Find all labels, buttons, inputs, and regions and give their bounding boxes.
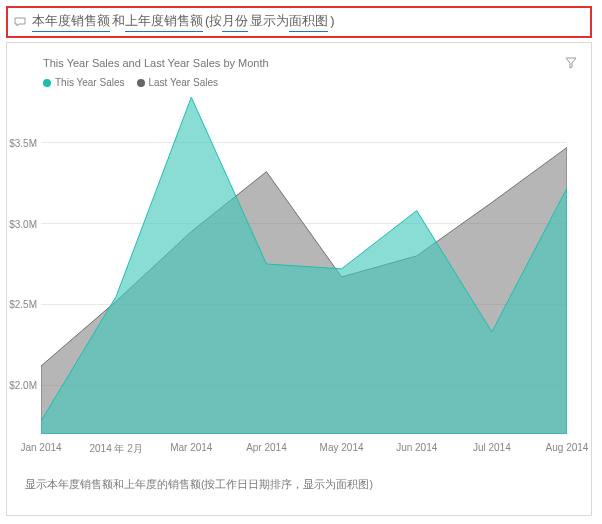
restatement-text: 显示本年度销售额和上年度的销售额(按工作日日期排序，显示为面积图) — [25, 478, 579, 492]
x-tick-label: Jul 2014 — [473, 442, 511, 453]
y-tick-label: $3.0M — [9, 218, 41, 229]
qna-token: 月份 — [222, 12, 248, 32]
filter-icon[interactable] — [565, 57, 577, 69]
legend-swatch — [43, 79, 51, 87]
qna-input[interactable]: 本年度销售额和上年度销售额(按月份显示为面积图) — [6, 6, 592, 38]
x-tick-label: Mar 2014 — [170, 442, 212, 453]
area-chart: $2.0M$2.5M$3.0M$3.5M — [41, 94, 567, 434]
qna-query-text: 本年度销售额和上年度销售额(按月份显示为面积图) — [32, 12, 335, 32]
chart-legend: This Year SalesLast Year Sales — [43, 77, 579, 88]
legend-item: Last Year Sales — [137, 77, 219, 88]
x-tick-label: Jan 2014 — [20, 442, 61, 453]
x-tick-label: May 2014 — [320, 442, 364, 453]
qna-token: 面积图 — [289, 12, 328, 32]
x-tick-label: 2014 年 2月 — [89, 442, 142, 456]
x-tick-label: Apr 2014 — [246, 442, 287, 453]
y-tick-label: $2.5M — [9, 299, 41, 310]
qna-token: (按 — [205, 12, 222, 30]
legend-item: This Year Sales — [43, 77, 125, 88]
x-tick-label: Jun 2014 — [396, 442, 437, 453]
chart-title: This Year Sales and Last Year Sales by M… — [43, 57, 579, 69]
legend-swatch — [137, 79, 145, 87]
y-tick-label: $3.5M — [9, 137, 41, 148]
qna-token: 本年度销售额 — [32, 12, 110, 32]
x-tick-label: Aug 2014 — [546, 442, 589, 453]
qna-token: 和 — [112, 12, 125, 30]
x-axis-labels: Jan 20142014 年 2月Mar 2014Apr 2014May 201… — [41, 442, 567, 456]
legend-label: Last Year Sales — [149, 77, 219, 88]
y-tick-label: $2.0M — [9, 380, 41, 391]
qna-token: 显示为 — [250, 12, 289, 30]
legend-label: This Year Sales — [55, 77, 125, 88]
qna-token: ) — [330, 13, 334, 28]
qna-token: 上年度销售额 — [125, 12, 203, 32]
chart-card: This Year Sales and Last Year Sales by M… — [6, 42, 592, 516]
comment-icon — [14, 17, 26, 27]
